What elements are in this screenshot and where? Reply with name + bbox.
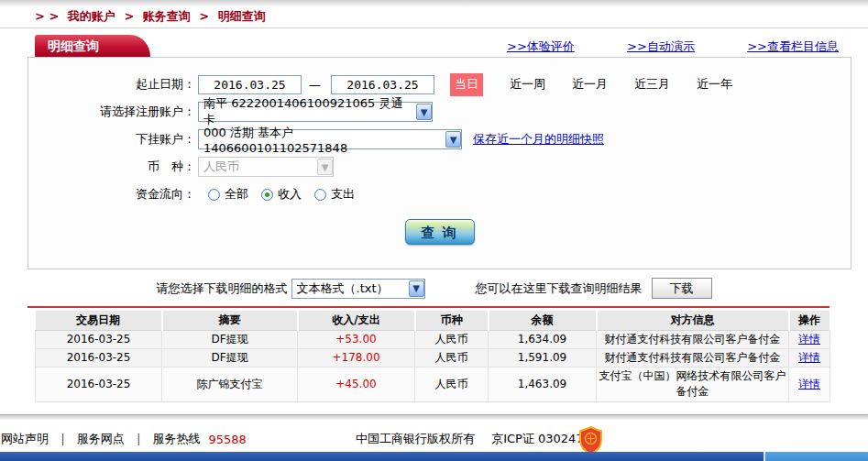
radio-icon-expense[interactable] <box>314 189 326 201</box>
table-top-divider <box>27 306 830 308</box>
tab-detail-query[interactable]: 明细查询 <box>35 35 150 57</box>
range-last-month[interactable]: 近一月 <box>572 76 608 93</box>
transaction-table: 交易日期 摘要 收入/支出 币种 余额 对方信息 操作 2016-03-25 D… <box>35 311 831 402</box>
flow-option-income[interactable]: 收入 <box>261 186 302 203</box>
cell-date: 2016-03-25 <box>36 330 162 348</box>
table-header-row: 交易日期 摘要 收入/支出 币种 余额 对方信息 操作 <box>36 311 830 330</box>
fund-flow-row: 资金流向： 全部 收入 支出 <box>28 182 851 206</box>
col-currency: 币种 <box>415 311 489 330</box>
download-button[interactable]: 下载 <box>652 278 712 299</box>
cell-currency: 人民币 <box>415 348 489 367</box>
hotline-label: 服务热线 <box>152 431 200 447</box>
toolbar-links: >>体验评价 >>自动演示 >>查看栏目信息 <box>507 38 839 55</box>
copyright-text: 中国工商银行版权所有 <box>356 432 475 445</box>
sub-account-row: 下挂账户： 000 活期 基本户 1406600101102571848 ▼ 保… <box>28 127 851 151</box>
footer-copyright: 中国工商银行版权所有 京ICP证 030247号 <box>356 431 596 447</box>
download-format-select[interactable]: 文本格式（.txt） ▼ <box>291 279 425 299</box>
save-snapshot-link[interactable]: 保存近一个月的明细快照 <box>473 131 604 148</box>
breadcrumb-separator: > <box>199 9 209 23</box>
top-fade-strip <box>0 0 868 7</box>
date-to-input[interactable] <box>331 75 434 94</box>
register-account-select[interactable]: 南平 6222001406100921065 灵通卡 ▼ <box>198 102 433 122</box>
cell-date: 2016-03-25 <box>36 367 162 401</box>
flow-all-label: 全部 <box>225 186 248 203</box>
currency-select-disabled: 人民币 ▼ <box>198 157 334 177</box>
cell-summary: 陈广锦支付宝 <box>162 367 298 401</box>
cell-summary: DF提现 <box>162 330 298 348</box>
range-last-week[interactable]: 近一周 <box>510 76 545 93</box>
currency-row: 币 种： 人民币 ▼ <box>28 155 851 179</box>
footer-separator: ｜ <box>57 431 69 447</box>
cell-balance: 1,591.09 <box>489 348 597 367</box>
col-counterparty: 对方信息 <box>597 311 789 330</box>
footer-divider <box>0 414 868 420</box>
sub-account-value: 000 活期 基本户 1406600101102571848 <box>203 125 440 155</box>
cell-date: 2016-03-25 <box>36 348 162 367</box>
col-trade-date: 交易日期 <box>36 311 162 330</box>
flow-option-expense[interactable]: 支出 <box>314 186 355 203</box>
currency-value: 人民币 <box>203 159 239 175</box>
table-row: 2016-03-25 DF提现 +178.00 人民币 1,591.09 财付通… <box>36 348 830 367</box>
icp-seal-icon[interactable] <box>578 426 603 455</box>
bottom-bar-segment <box>764 452 868 461</box>
download-row: 请您选择下载明细的格式 文本格式（.txt） ▼ 您可以在这里下载查询明细结果 … <box>0 278 868 299</box>
cell-balance: 1,463.09 <box>489 367 597 401</box>
cell-summary: DF提现 <box>162 348 298 367</box>
breadcrumb-prefix: > > <box>35 9 59 23</box>
cell-counterparty: 支付宝（中国）网络技术有限公司客户备付金 <box>597 367 789 401</box>
date-range-row: 起止日期： — 当日 近一周 近一月 近三月 近一年 <box>28 72 851 96</box>
download-format-label: 请您选择下载明细的格式 <box>157 280 288 297</box>
cell-amount: +45.00 <box>298 367 415 401</box>
view-column-info-link[interactable]: >>查看栏目信息 <box>747 38 839 55</box>
cell-counterparty: 财付通支付科技有限公司客户备付金 <box>597 348 789 367</box>
hotline-number: 95588 <box>208 433 246 446</box>
chevron-down-icon: ▼ <box>416 104 432 120</box>
chevron-down-icon: ▼ <box>409 280 424 297</box>
table-row: 2016-03-25 陈广锦支付宝 +45.00 人民币 1,463.09 支付… <box>36 367 830 401</box>
date-dash: — <box>309 78 321 92</box>
footer: 网站声明 ｜ 服务网点 ｜ 服务热线 95588 中国工商银行版权所有 京ICP… <box>0 429 868 452</box>
breadcrumb-account-query[interactable]: 账务查询 <box>143 9 191 23</box>
date-from-input[interactable] <box>198 75 302 94</box>
range-last-year[interactable]: 近一年 <box>697 76 732 93</box>
query-button[interactable]: 查 询 <box>405 219 475 245</box>
detail-link[interactable]: 详情 <box>798 351 820 364</box>
col-amount: 收入/支出 <box>298 311 415 330</box>
flow-income-label: 收入 <box>278 186 302 203</box>
detail-link[interactable]: 详情 <box>798 333 820 346</box>
experience-review-link[interactable]: >>体验评价 <box>507 38 575 55</box>
cell-amount: +178.00 <box>298 348 415 367</box>
chevron-down-icon: ▼ <box>445 131 461 148</box>
breadcrumb-detail-query: 明细查询 <box>218 9 266 23</box>
cell-counterparty: 财付通支付科技有限公司客户备付金 <box>597 330 789 348</box>
register-account-label: 请选择注册账户： <box>28 104 195 120</box>
cell-currency: 人民币 <box>415 367 489 401</box>
date-range-label: 起止日期： <box>28 76 195 93</box>
download-format-value: 文本格式（.txt） <box>297 280 389 297</box>
currency-label: 币 种： <box>28 159 195 175</box>
fund-flow-label: 资金流向： <box>28 186 195 203</box>
chevron-down-icon: ▼ <box>317 159 333 175</box>
bottom-status-bar <box>0 452 868 461</box>
register-account-row: 请选择注册账户： 南平 6222001406100921065 灵通卡 ▼ <box>28 100 851 124</box>
col-balance: 余额 <box>489 311 597 330</box>
header-divider <box>0 27 868 28</box>
service-branch-link[interactable]: 服务网点 <box>77 431 125 447</box>
col-action: 操作 <box>789 311 830 330</box>
today-badge-button[interactable]: 当日 <box>450 73 483 96</box>
cell-balance: 1,634.09 <box>489 330 597 348</box>
radio-icon-all[interactable] <box>208 189 220 201</box>
flow-option-all[interactable]: 全部 <box>208 186 248 203</box>
footer-links: 网站声明 ｜ 服务网点 ｜ 服务热线 95588 <box>1 431 255 447</box>
breadcrumb-my-account[interactable]: 我的账户 <box>68 9 115 23</box>
site-statement-link[interactable]: 网站声明 <box>1 431 49 447</box>
breadcrumb-separator: > <box>124 9 134 23</box>
range-last-quarter[interactable]: 近三月 <box>634 76 670 93</box>
breadcrumb: > > 我的账户 > 账务查询 > 明细查询 <box>35 8 270 25</box>
detail-link[interactable]: 详情 <box>798 378 820 390</box>
sub-account-select[interactable]: 000 活期 基本户 1406600101102571848 ▼ <box>198 129 462 149</box>
radio-icon-income-checked[interactable] <box>261 189 273 201</box>
cell-currency: 人民币 <box>415 330 489 348</box>
footer-separator: ｜ <box>133 431 145 447</box>
auto-demo-link[interactable]: >>自动演示 <box>627 38 695 55</box>
